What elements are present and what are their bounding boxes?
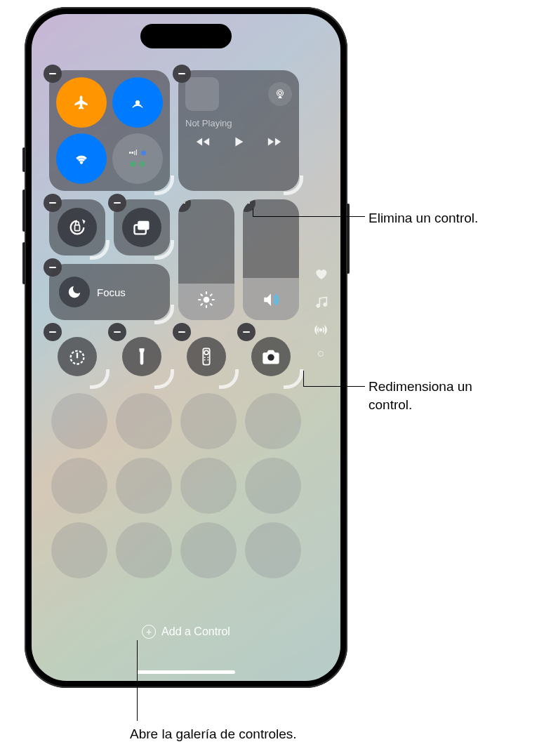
screen-mirror-icon [132, 218, 152, 237]
callout-line [303, 371, 304, 386]
home-indicator[interactable] [137, 670, 235, 674]
airdrop-button[interactable] [112, 77, 163, 128]
remove-badge[interactable] [108, 323, 126, 341]
airplane-mode-button[interactable] [56, 77, 107, 128]
svg-point-24 [319, 329, 321, 331]
rewind-icon[interactable] [195, 134, 211, 150]
empty-slot[interactable] [245, 393, 301, 449]
callout-gallery: Abre la galería de controles. [130, 725, 297, 743]
svg-line-14 [211, 294, 212, 296]
remove-badge[interactable] [178, 199, 191, 212]
page-dot[interactable] [318, 351, 324, 357]
plus-icon: + [142, 625, 156, 639]
remove-badge[interactable] [237, 323, 255, 341]
remote-icon [197, 347, 216, 366]
remove-badge[interactable] [173, 65, 191, 83]
airplay-button[interactable] [268, 82, 292, 106]
wifi-button[interactable] [56, 133, 107, 184]
empty-slot[interactable] [116, 522, 172, 578]
antenna-icon[interactable] [314, 323, 328, 337]
resize-handle[interactable] [154, 240, 174, 260]
timer-icon [67, 347, 87, 366]
svg-point-23 [267, 354, 274, 361]
camera-icon [261, 347, 281, 366]
empty-slot[interactable] [51, 458, 107, 514]
callout-line [303, 386, 365, 387]
callout-line [253, 216, 365, 217]
control-center-grid: ••ıl✱ ⊕⊛ Not Playing [49, 70, 302, 385]
remove-badge[interactable] [44, 194, 62, 212]
airplane-icon [74, 95, 89, 110]
brightness-slider[interactable] [178, 199, 234, 320]
empty-slot[interactable] [180, 522, 237, 578]
volume-up-button [22, 190, 25, 232]
wifi-icon [74, 151, 89, 166]
svg-line-13 [201, 304, 202, 305]
forward-icon[interactable] [267, 134, 282, 150]
empty-slot[interactable] [245, 522, 301, 578]
callout-resize: Redimensiona un control. [369, 378, 509, 413]
volume-icon [262, 291, 280, 309]
orientation-lock-tile[interactable] [49, 199, 105, 256]
mini-icons: ••ıl✱ ⊕⊛ [128, 149, 146, 168]
page-indicator[interactable] [314, 267, 328, 357]
orientation-lock-icon [67, 218, 87, 237]
callout-line [253, 208, 253, 216]
empty-slot[interactable] [51, 393, 107, 449]
remove-badge[interactable] [44, 323, 62, 341]
svg-line-11 [201, 294, 202, 296]
svg-point-21 [204, 359, 206, 361]
focus-label: Focus [97, 286, 126, 298]
remote-tile[interactable] [178, 329, 234, 385]
resize-handle[interactable] [154, 175, 174, 195]
empty-slot[interactable] [245, 458, 301, 514]
empty-slot[interactable] [180, 458, 237, 514]
svg-point-0 [135, 100, 140, 105]
remove-badge[interactable] [108, 194, 126, 212]
flashlight-icon [132, 347, 152, 366]
empty-slot[interactable] [116, 393, 172, 449]
heart-icon[interactable] [314, 267, 328, 281]
album-art-placeholder [185, 77, 219, 111]
empty-slots [51, 393, 301, 578]
media-header [185, 77, 292, 111]
empty-slot[interactable] [51, 522, 107, 578]
svg-point-20 [207, 357, 208, 358]
screen: ••ıl✱ ⊕⊛ Not Playing [32, 14, 340, 681]
screen-mirror-tile[interactable] [114, 199, 170, 256]
remove-badge[interactable] [243, 199, 255, 212]
music-note-icon[interactable] [314, 295, 328, 309]
volume-down-button [22, 242, 25, 284]
power-button [347, 204, 350, 274]
svg-point-18 [204, 350, 208, 354]
volume-slider[interactable] [243, 199, 299, 320]
mute-switch [22, 147, 25, 172]
flashlight-tile[interactable] [114, 329, 170, 385]
empty-slot[interactable] [116, 458, 172, 514]
media-controls [185, 134, 292, 150]
focus-tile[interactable]: Focus [49, 264, 170, 320]
moon-icon [67, 284, 82, 300]
connectivity-tile[interactable]: ••ıl✱ ⊕⊛ [49, 70, 170, 191]
play-icon[interactable] [231, 134, 246, 150]
add-control-button[interactable]: + Add a Control [142, 625, 230, 639]
resize-handle[interactable] [284, 175, 303, 195]
resize-handle[interactable] [154, 305, 174, 324]
camera-tile[interactable] [243, 329, 299, 385]
svg-point-2 [279, 91, 282, 95]
airplay-icon [274, 88, 286, 100]
svg-line-12 [211, 304, 212, 305]
resize-handle[interactable] [90, 240, 109, 260]
remove-badge[interactable] [173, 323, 191, 341]
remove-badge[interactable] [44, 65, 62, 83]
timer-tile[interactable] [49, 329, 105, 385]
airdrop-icon [130, 95, 145, 110]
dynamic-island [140, 24, 232, 48]
svg-rect-3 [75, 225, 80, 231]
callout-remove: Elimina un control. [369, 209, 478, 227]
cellular-bluetooth-hotspot-button[interactable]: ••ıl✱ ⊕⊛ [112, 133, 163, 184]
empty-slot[interactable] [180, 393, 237, 449]
brightness-icon [197, 291, 215, 309]
remove-badge[interactable] [44, 258, 62, 277]
media-tile[interactable]: Not Playing [178, 70, 299, 191]
